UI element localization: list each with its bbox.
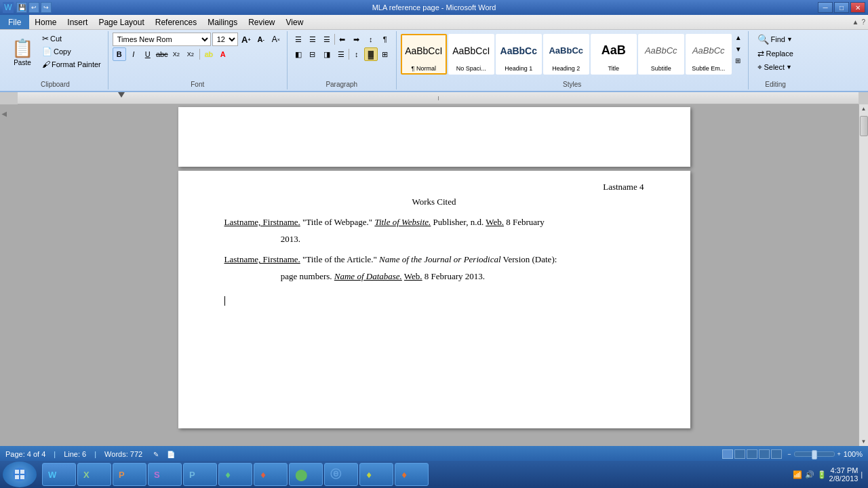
styles-scroll-up[interactable]: ▲ (733, 33, 744, 43)
justify-button[interactable]: ☰ (334, 47, 348, 61)
numbered-list-button[interactable]: ☰ (306, 33, 319, 46)
subscript-button[interactable]: X2 (170, 47, 183, 61)
publisher-app-icon: P (189, 470, 195, 480)
menu-file[interactable]: File (0, 15, 29, 29)
zoom-slider[interactable] (794, 451, 835, 457)
select-button[interactable]: ⌖ Select ▼ (755, 61, 795, 73)
taskbar-app6[interactable]: ⬧ (218, 463, 252, 486)
scroll-up-arrow[interactable]: ▲ (860, 104, 868, 113)
taskbar-onenote[interactable]: S (148, 463, 182, 486)
styles-scroll-down[interactable]: ▼ (733, 44, 744, 54)
ribbon-collapse[interactable]: ▲ (852, 18, 859, 26)
taskbar-app7[interactable]: ⬧ (254, 463, 288, 486)
menu-mailings[interactable]: Mailings (202, 15, 243, 29)
quick-redo-icon[interactable]: ↪ (41, 2, 52, 13)
style-no-spacing[interactable]: AaBbCcI No Spaci... (448, 34, 494, 75)
style-subtitle-label: Subtitle (651, 65, 671, 72)
style-heading2-preview: AaBbCc (546, 37, 587, 65)
taskbar-excel[interactable]: X (77, 463, 111, 486)
scroll-down-arrow[interactable]: ▼ (860, 437, 868, 446)
align-center-button[interactable]: ⊟ (306, 47, 319, 61)
clock-time: 4:37 PM (829, 466, 859, 474)
quick-undo-icon[interactable]: ↩ (28, 2, 39, 13)
maximize-button[interactable]: □ (834, 2, 849, 13)
show-marks-button[interactable]: ¶ (378, 33, 392, 46)
menu-references[interactable]: References (150, 15, 202, 29)
bullet-list-button[interactable]: ☰ (292, 33, 305, 46)
scroll-thumb[interactable] (860, 116, 868, 136)
strikethrough-button[interactable]: abc (155, 47, 169, 61)
superscript-button[interactable]: X2 (184, 47, 197, 61)
border-button[interactable]: ⊞ (378, 47, 392, 61)
menu-review[interactable]: Review (243, 15, 280, 29)
words-info: Words: 772 (104, 450, 142, 458)
taskbar-chrome[interactable]: ⬤ (289, 463, 323, 486)
style-heading1[interactable]: AaBbCc Heading 1 (496, 34, 542, 75)
multilevel-list-button[interactable]: ☰ (320, 33, 334, 46)
show-desktop-button[interactable]: | (861, 471, 863, 479)
document-page[interactable]: Lastname 4 Works Cited Lastname, Firstna… (178, 171, 690, 428)
align-right-button[interactable]: ◨ (320, 47, 334, 61)
format-painter-button[interactable]: 🖌 Format Painter (39, 58, 104, 70)
taskbar-word[interactable]: W (42, 463, 76, 486)
sort-button[interactable]: ↕ (364, 33, 378, 46)
style-title[interactable]: AaB Title (591, 34, 637, 75)
zoom-thumb[interactable] (812, 450, 817, 460)
cut-button[interactable]: ✂ Cut (39, 33, 104, 45)
paste-button[interactable]: 📋 Paste (7, 33, 38, 72)
menu-view[interactable]: View (281, 15, 309, 29)
taskbar-app10[interactable]: ⬧ (359, 463, 393, 486)
styles-expand[interactable]: ⊞ (733, 56, 744, 66)
font-size-select[interactable]: 12 (212, 33, 238, 46)
start-button[interactable] (3, 462, 37, 487)
font-color-button[interactable]: A (216, 47, 230, 61)
menu-page-layout[interactable]: Page Layout (93, 15, 149, 29)
find-button[interactable]: 🔍 Find ▼ (755, 33, 795, 46)
style-subtle-em[interactable]: AaBbCc Subtle Em... (686, 34, 732, 75)
zoom-out-button[interactable]: − (787, 451, 791, 458)
align-left-button[interactable]: ◧ (292, 47, 305, 61)
decrease-indent-button[interactable]: ⬅ (336, 33, 349, 46)
select-dropdown[interactable]: ▼ (786, 64, 792, 70)
menu-home[interactable]: Home (29, 15, 62, 29)
taskbar-app11[interactable]: ⬧ (395, 463, 429, 486)
draft-button[interactable] (771, 449, 782, 459)
taskbar-publisher[interactable]: P (183, 463, 217, 486)
ruler-indent-marker[interactable] (118, 92, 125, 98)
vertical-scrollbar[interactable]: ▲ ▼ (859, 104, 868, 446)
close-button[interactable]: ✕ (850, 2, 865, 13)
clear-formatting-button[interactable]: A× (269, 33, 283, 46)
highlight-button[interactable]: ab (202, 47, 216, 61)
italic-button[interactable]: I (127, 47, 140, 61)
zoom-in-button[interactable]: + (837, 451, 841, 458)
replace-button[interactable]: ⇄ Replace (755, 47, 795, 60)
help-icon[interactable]: ? (861, 18, 865, 26)
web-layout-button[interactable] (747, 449, 757, 459)
para-sep1 (334, 34, 335, 45)
minimize-button[interactable]: ─ (818, 2, 833, 13)
entry2-version: Version (Date): (503, 254, 557, 264)
copy-button[interactable]: 📄 Copy (39, 45, 104, 58)
shading-button[interactable]: ▓ (364, 47, 378, 61)
find-dropdown[interactable]: ▼ (787, 36, 793, 43)
bold-button[interactable]: B (113, 47, 126, 61)
style-normal[interactable]: AaBbCcI ¶ Normal (401, 34, 447, 75)
menu-insert[interactable]: Insert (62, 15, 93, 29)
zoom-controls: − + 100% (787, 450, 863, 458)
print-layout-button[interactable] (722, 449, 733, 459)
underline-button[interactable]: U (141, 47, 155, 61)
font-shrink-button[interactable]: A- (254, 33, 268, 46)
full-screen-button[interactable] (734, 449, 745, 459)
entry2-pages: page numbers. (281, 271, 334, 281)
style-subtitle[interactable]: AaBbCc Subtitle (638, 34, 684, 75)
svg-rect-3 (15, 475, 19, 479)
font-name-select[interactable]: Times New Rom (113, 33, 211, 46)
taskbar-ie[interactable]: ⓔ (324, 463, 358, 486)
increase-indent-button[interactable]: ➡ (350, 33, 363, 46)
style-heading2[interactable]: AaBbCc Heading 2 (543, 34, 589, 75)
taskbar-infopath[interactable]: P (113, 463, 146, 486)
outline-button[interactable] (759, 449, 770, 459)
quick-save-icon[interactable]: 💾 (16, 2, 27, 13)
font-grow-button[interactable]: A+ (239, 33, 253, 46)
line-spacing-button[interactable]: ↕ (350, 47, 363, 61)
